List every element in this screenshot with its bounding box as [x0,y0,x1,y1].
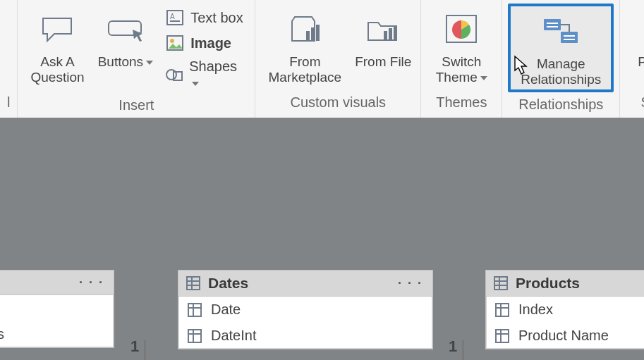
group-label-themes: Themes [425,90,497,118]
table-icon [186,275,201,291]
manage-relationships-label: Manage Relationships [514,56,607,87]
ribbon-group-themes: Switch Theme Themes [421,0,502,118]
table-title: Dates [208,275,248,292]
shapes-label: Shapes [189,58,237,74]
from-marketplace-button[interactable]: From Marketplace [260,4,350,87]
field-name: ames [0,326,4,342]
relationship-connector[interactable] [462,340,464,360]
field-row[interactable]: dex [0,295,114,321]
buttons-button[interactable]: Buttons [93,4,159,72]
relationships-icon [540,11,582,52]
folder-chart-icon [364,9,402,50]
speech-bubble-icon [39,9,77,50]
group-label-share: Share [624,90,644,118]
ribbon-group-insert: Ask A Question Buttons [18,0,255,118]
field-name: Product Name [518,328,609,344]
svg-rect-12 [389,28,392,40]
buttons-label: Buttons [98,54,143,69]
column-icon [187,302,202,318]
table-card-unknown[interactable]: · · · dex ames [0,270,114,348]
publish-label: Publish [638,54,644,70]
image-label: Image [190,35,231,51]
image-icon [165,33,185,53]
svg-rect-50 [496,304,509,316]
text-box-icon: A [165,8,185,27]
switch-theme-label: Switch Theme [436,54,482,85]
field-row[interactable]: ames [0,321,114,347]
svg-rect-46 [494,277,507,290]
cardinality-one-badge: 1 [449,337,457,356]
field-row[interactable]: Index [486,297,644,323]
svg-rect-8 [306,31,310,41]
relationship-connector[interactable] [144,340,146,360]
svg-rect-9 [311,27,315,41]
svg-rect-36 [187,277,200,290]
chevron-down-icon [192,82,199,86]
button-icon [106,9,145,50]
image-button[interactable]: Image [161,31,250,55]
svg-rect-15 [544,19,561,30]
switch-theme-button[interactable]: Switch Theme [425,4,497,87]
ask-question-label: Ask A Question [25,54,89,85]
ribbon-leading-cutoff: l [0,0,18,118]
svg-rect-11 [384,31,387,40]
svg-rect-43 [188,330,201,342]
table-menu-button[interactable]: · · · [76,275,107,290]
svg-point-5 [170,39,174,43]
ribbon: l Ask A Question [0,0,644,118]
theme-pie-icon [444,9,479,50]
ribbon-group-relationships: Manage Relationships Relationships [502,0,620,118]
table-card-products[interactable]: Products Index Product Name [485,270,644,349]
field-name: Date [211,302,241,318]
publish-button[interactable]: Publish [624,4,644,72]
relationship-canvas[interactable]: · · · dex ames 1 Dates · · · Date [0,118,644,360]
svg-rect-13 [394,25,397,40]
group-label-insert: Insert [22,93,250,120]
svg-rect-10 [316,25,320,41]
field-row[interactable]: DateInt [178,323,432,349]
field-name: Index [518,302,553,318]
column-icon [494,328,510,344]
table-header[interactable]: Dates · · · [178,271,432,297]
table-header[interactable]: Products [486,271,644,297]
field-row[interactable]: Product Name [486,323,644,349]
field-name: DateInt [211,328,256,344]
svg-text:A: A [170,13,175,20]
highlight-manage-relationships: Manage Relationships [508,4,614,92]
shapes-icon [165,65,183,85]
ask-question-button[interactable]: Ask A Question [22,4,92,87]
column-icon [187,328,202,344]
table-menu-button[interactable]: · · · [395,276,425,291]
table-header[interactable]: · · · [0,271,114,295]
svg-rect-18 [561,32,578,43]
table-card-dates[interactable]: Dates · · · Date DateInt [178,270,433,349]
group-label-relationships: Relationships [506,92,615,120]
text-box-button[interactable]: A Text box [161,6,250,30]
svg-rect-53 [496,330,509,342]
column-icon [494,302,510,318]
publish-icon [641,9,644,50]
group-label-custom-visuals: Custom visuals [260,90,416,118]
table-title: Products [516,275,580,292]
from-file-label: From File [355,54,411,70]
manage-relationships-button[interactable]: Manage Relationships [511,6,611,89]
field-row[interactable]: Date [178,297,432,323]
shapes-button[interactable]: Shapes [161,56,250,93]
chevron-down-icon [480,76,487,80]
table-icon [493,275,509,291]
text-box-label: Text box [190,10,243,26]
from-marketplace-label: From Marketplace [263,54,346,85]
from-file-button[interactable]: From File [350,4,416,72]
chevron-down-icon [146,61,153,65]
ribbon-group-share: Publish Share [620,0,644,118]
ribbon-group-custom-visuals: From Marketplace From File Custom visual… [255,0,421,118]
marketplace-icon [285,9,324,50]
svg-rect-40 [188,304,201,316]
cardinality-one-badge: 1 [130,337,139,356]
